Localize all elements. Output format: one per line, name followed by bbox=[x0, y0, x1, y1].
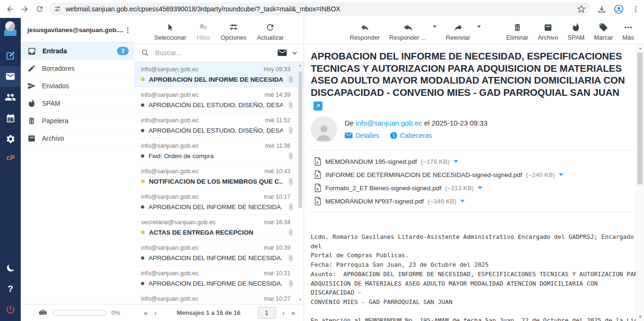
message-row[interactable]: info@sanjuan.gob.ecmié 10:43 NOTIFICACIO… bbox=[134, 164, 304, 189]
first-page-button[interactable]: « bbox=[140, 309, 150, 317]
sender-email-link[interactable]: info@sanjuan.gob.ec bbox=[355, 119, 422, 127]
message-row[interactable]: secretaria@sanjuan.gob.ecmar 16:34 ACTAS… bbox=[134, 215, 304, 240]
fireball-icon bbox=[27, 99, 36, 108]
attachment-name[interactable]: INFORME DE DETERMINACION DE NECESIDAD-si… bbox=[325, 171, 522, 178]
prev-page-button[interactable]: ‹ bbox=[150, 309, 159, 317]
svg-text:A: A bbox=[316, 161, 319, 164]
scrollbar-thumb[interactable] bbox=[637, 52, 643, 185]
folder-spam[interactable]: SPAM bbox=[21, 95, 134, 112]
reply-button[interactable]: Responder bbox=[350, 23, 380, 41]
select-button[interactable]: Seleccionar bbox=[154, 23, 186, 41]
attachment-menu-caret[interactable] bbox=[460, 200, 465, 205]
threads-button[interactable]: Hilos bbox=[197, 22, 210, 41]
archive-button[interactable]: Archivo bbox=[538, 23, 558, 41]
scrollbar-thumb[interactable] bbox=[298, 71, 302, 208]
search-options-chevron-icon[interactable] bbox=[291, 50, 298, 56]
scroll-up-arrow[interactable]: ▲ bbox=[636, 45, 644, 51]
browser-reload-button[interactable] bbox=[33, 1, 47, 17]
read-dot bbox=[141, 205, 144, 209]
headers-link[interactable]: Cabeceras bbox=[390, 132, 432, 139]
browser-forward-button[interactable] bbox=[17, 1, 32, 17]
attachment-row[interactable]: A MEMORANDUM 195-signed.pdf (~178 KB) bbox=[314, 155, 636, 168]
forward-button[interactable]: Reenviar bbox=[446, 23, 471, 41]
last-page-button[interactable]: » bbox=[288, 309, 298, 317]
bookmark-star-icon[interactable] bbox=[577, 5, 586, 13]
attachment-menu-caret[interactable] bbox=[559, 173, 563, 178]
pencil-icon bbox=[27, 64, 36, 73]
browser-back-button[interactable] bbox=[3, 1, 17, 17]
refresh-button[interactable]: Actualizar bbox=[257, 23, 284, 41]
attachment-menu-caret[interactable] bbox=[454, 160, 458, 165]
roundcube-logo[interactable] bbox=[0, 18, 21, 42]
download-button[interactable] bbox=[594, 1, 610, 17]
more-button[interactable]: Más bbox=[622, 23, 634, 41]
reply-all-button[interactable]: Responder ... bbox=[389, 23, 426, 41]
message-row[interactable]: info@sanjuan.gob.ecmié 11:36 Fwd: Orden … bbox=[134, 138, 304, 164]
message-row[interactable]: info@sanjuan.gob.ecmié 14:39 APROBACIÓN … bbox=[134, 87, 304, 113]
attachment-name[interactable]: MEMORANDUM 195-signed.pdf bbox=[325, 158, 417, 165]
open-external-icon[interactable] bbox=[314, 101, 322, 110]
archive-icon bbox=[544, 23, 553, 32]
message-row[interactable]: info@sanjuan.gob.ecmar 10:27 bbox=[134, 291, 304, 304]
folder-archive[interactable]: Archivo bbox=[21, 130, 134, 147]
search-input[interactable] bbox=[154, 49, 273, 57]
help-button[interactable]: ? bbox=[0, 279, 21, 299]
calendar-nav-button[interactable] bbox=[0, 108, 21, 128]
reader-content: APROBACION DEL INFORME DE NECESIDAD, ESP… bbox=[305, 44, 636, 321]
attachment-row[interactable]: A MEMORÁNDUM Nº937-signed.pdf (~349 KB) bbox=[314, 194, 636, 208]
attachment-icon bbox=[287, 76, 294, 83]
trash-icon bbox=[513, 23, 522, 32]
next-page-button[interactable]: › bbox=[279, 309, 288, 317]
folder-trash[interactable]: Papelera bbox=[21, 112, 134, 130]
url-bar[interactable]: webmail.sanjuan.gob.ec/cpsess4569390018/… bbox=[49, 2, 590, 16]
message-row[interactable]: info@sanjuan.gob.ecmar 10:31 APROBACION … bbox=[134, 266, 304, 291]
folder-sent[interactable]: Enviados bbox=[21, 77, 134, 95]
gear-icon bbox=[6, 134, 16, 144]
compose-button[interactable] bbox=[0, 45, 21, 66]
attachment-menu-caret[interactable] bbox=[478, 186, 482, 192]
site-info-icon[interactable] bbox=[54, 5, 61, 13]
message-subject: APROBACION DEL INFORME DE NECESIDA... bbox=[149, 280, 283, 287]
scroll-up-arrow[interactable]: ▲ bbox=[297, 63, 303, 68]
scroll-down-arrow[interactable]: ▼ bbox=[297, 297, 303, 302]
message-row[interactable]: info@sanjuan.gob.ecmié 11:52 APROBACIÓN … bbox=[134, 113, 304, 138]
dark-mode-button[interactable] bbox=[0, 258, 21, 279]
attachment-row[interactable]: A Formato_2_ET Bienes-signed-signed.pdf … bbox=[314, 181, 636, 194]
scroll-down-arrow[interactable]: ▼ bbox=[636, 313, 644, 320]
details-link[interactable]: Detalles bbox=[345, 132, 380, 139]
mail-nav-button[interactable] bbox=[0, 66, 21, 87]
profile-button[interactable] bbox=[611, 1, 627, 17]
attachment-name[interactable]: MEMORÁNDUM Nº937-signed.pdf bbox=[325, 198, 424, 205]
mark-button[interactable]: Marcar bbox=[594, 23, 613, 41]
message-date: mié 14:39 bbox=[264, 92, 290, 98]
contacts-nav-button[interactable] bbox=[0, 87, 21, 108]
message-list-panel: Seleccionar Hilos Opciones Actualiza bbox=[134, 18, 304, 321]
options-button[interactable]: Opciones bbox=[221, 22, 247, 41]
browser-chrome: webmail.sanjuan.gob.ec/cpsess4569390018/… bbox=[0, 0, 644, 18]
delete-button[interactable]: Eliminar bbox=[506, 23, 528, 41]
reader-scrollbar[interactable]: ▲ ▼ bbox=[636, 45, 644, 321]
list-scrollbar[interactable]: ▲ ▼ bbox=[297, 63, 303, 302]
forward-dropdown-caret[interactable] bbox=[477, 25, 481, 30]
spam-button[interactable]: SPAM bbox=[568, 23, 585, 41]
message-row[interactable]: info@sanjuan.gob.ecHoy 09:33 APROBACION … bbox=[134, 62, 304, 87]
message-subject: Fwd: Orden de compra bbox=[149, 152, 283, 160]
settings-nav-button[interactable] bbox=[0, 128, 21, 149]
message-row[interactable]: info@sanjuan.gob.ecmar 10:39 APROBACION … bbox=[134, 240, 304, 266]
attachment-icon bbox=[287, 279, 294, 287]
attachment-icon bbox=[287, 177, 294, 185]
threads-label: Hilos bbox=[197, 34, 210, 41]
folder-drafts[interactable]: Borradores bbox=[21, 60, 134, 77]
message-row[interactable]: info@sanjuan.gob.ecmar 10:17 APROBACION … bbox=[134, 189, 304, 215]
folder-inbox[interactable]: Entrada 3 bbox=[21, 42, 134, 60]
attachment-name[interactable]: Formato_2_ET Bienes-signed-signed.pdf bbox=[325, 185, 441, 192]
browser-menu-button[interactable] bbox=[628, 1, 644, 17]
cpanel-button[interactable]: cP bbox=[0, 149, 21, 166]
logout-button[interactable] bbox=[0, 299, 21, 320]
url-text[interactable]: webmail.sanjuan.gob.ec/cpsess4569390018/… bbox=[66, 5, 577, 13]
account-menu-icon[interactable] bbox=[124, 26, 132, 34]
reply-all-dropdown-caret[interactable] bbox=[433, 25, 437, 30]
scope-mail-icon[interactable] bbox=[278, 50, 287, 57]
attachment-row[interactable]: A INFORME DE DETERMINACION DE NECESIDAD-… bbox=[314, 168, 636, 181]
page-number-input[interactable]: 1 bbox=[258, 307, 276, 319]
